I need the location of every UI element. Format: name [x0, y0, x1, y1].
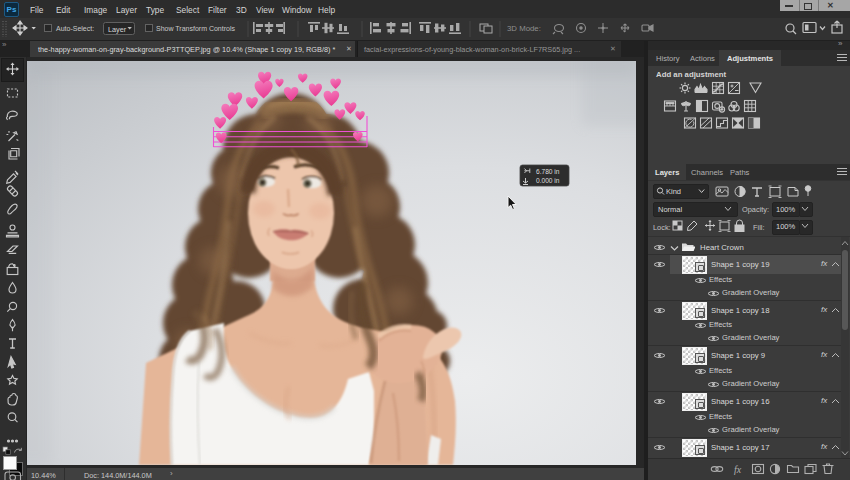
svg-text:fx: fx	[734, 464, 742, 475]
svg-text:3D Mode:: 3D Mode:	[507, 24, 541, 33]
svg-text:6.780 in: 6.780 in	[536, 168, 560, 175]
svg-text:0.000 in: 0.000 in	[536, 177, 560, 184]
